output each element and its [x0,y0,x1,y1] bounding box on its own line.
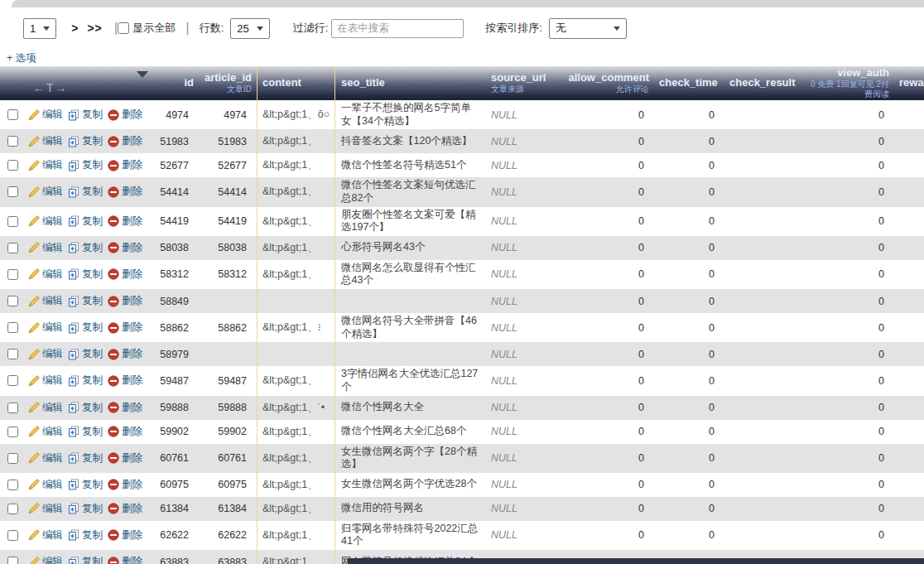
row-checkbox[interactable] [7,403,18,413]
delete-link[interactable]: 删除 [108,268,142,282]
cell-reward [894,289,924,313]
delete-link[interactable]: 删除 [108,108,142,122]
copy-link[interactable]: 复制 [68,502,103,516]
column-sort-link-seo_title[interactable]: seo_title [341,77,479,89]
move-columns-icon[interactable]: ←T→ [33,81,69,94]
options-toggle-link[interactable]: + 选项 [7,51,36,65]
edit-link[interactable]: 编辑 [28,425,63,439]
show-all-checkbox[interactable] [118,22,129,34]
edit-link[interactable]: 编辑 [28,451,63,465]
next-page-button[interactable]: > [71,22,79,35]
delete-minus-icon [108,503,119,514]
row-checkbox[interactable] [7,453,18,464]
delete-link[interactable]: 删除 [108,478,142,492]
column-sort-link-id[interactable]: id [184,77,194,89]
delete-link[interactable]: 删除 [108,374,142,388]
row-checkbox[interactable] [7,136,18,147]
row-checkbox[interactable] [7,480,18,490]
copy-link[interactable]: 复制 [68,555,103,564]
row-checkbox[interactable] [7,427,18,437]
delete-link[interactable]: 删除 [108,294,142,308]
delete-link[interactable]: 删除 [108,425,142,439]
row-checkbox[interactable] [7,216,18,227]
rows-count-select[interactable]: 25 [230,18,269,39]
last-page-button[interactable]: >> [87,22,102,35]
copy-link[interactable]: 复制 [68,134,103,148]
copy-link[interactable]: 复制 [68,185,103,199]
row-checkbox[interactable] [7,504,18,514]
edit-link[interactable]: 编辑 [28,158,63,172]
copy-link[interactable]: 复制 [68,268,103,282]
row-checkbox[interactable] [7,296,18,306]
edit-link[interactable]: 编辑 [28,401,63,415]
copy-link[interactable]: 复制 [68,528,103,542]
row-checkbox[interactable] [7,186,18,197]
cell-check-result [724,153,799,177]
delete-link[interactable]: 删除 [108,401,142,415]
edit-link[interactable]: 编辑 [28,268,63,282]
delete-link[interactable]: 删除 [108,451,142,465]
copy-link[interactable]: 复制 [68,158,103,172]
copy-link[interactable]: 复制 [68,321,103,335]
row-checkbox[interactable] [7,530,18,541]
delete-minus-icon [108,349,119,360]
filter-rows-input[interactable] [331,19,464,38]
copy-link[interactable]: 复制 [68,374,103,388]
edit-link[interactable]: 编辑 [28,108,63,122]
edit-link[interactable]: 编辑 [28,347,63,361]
edit-link[interactable]: 编辑 [28,555,63,564]
edit-link[interactable]: 编辑 [28,294,63,308]
delete-link[interactable]: 删除 [108,321,142,335]
edit-link[interactable]: 编辑 [28,528,63,542]
edit-link[interactable]: 编辑 [28,374,63,388]
copy-link[interactable]: 复制 [68,451,103,465]
sort-by-key-select[interactable]: 无 [549,18,627,39]
delete-link[interactable]: 删除 [108,185,142,199]
copy-icon [68,452,79,464]
row-checkbox[interactable] [7,375,18,386]
delete-link[interactable]: 删除 [108,134,142,148]
column-sort-link-source_url[interactable]: source_url [491,72,552,84]
column-sort-link-view_auth[interactable]: view_auth [837,67,889,79]
collapse-triangle-icon[interactable] [137,71,148,78]
copy-link[interactable]: 复制 [68,425,103,439]
row-checkbox[interactable] [7,109,18,120]
cell-content: &lt;p&gt;1、 [257,236,335,260]
delete-label: 删除 [122,347,142,361]
column-sort-link-content[interactable]: content [262,77,330,89]
column-sort-link-article_id[interactable]: article_id [205,72,252,84]
row-checkbox[interactable] [7,243,18,253]
column-sort-link-reward[interactable]: reward [899,77,919,89]
copy-link[interactable]: 复制 [68,478,103,492]
edit-link[interactable]: 编辑 [28,321,63,335]
delete-link[interactable]: 删除 [108,502,142,516]
delete-link[interactable]: 删除 [108,158,142,172]
row-checkbox[interactable] [7,557,18,564]
row-checkbox[interactable] [7,349,18,359]
edit-link[interactable]: 编辑 [28,134,63,148]
edit-link[interactable]: 编辑 [28,215,63,229]
copy-link[interactable]: 复制 [68,215,103,229]
copy-link[interactable]: 复制 [68,241,103,255]
copy-link[interactable]: 复制 [68,347,103,361]
column-sort-link-check_result[interactable]: check_result [729,77,794,89]
copy-link[interactable]: 复制 [68,401,103,415]
row-checkbox[interactable] [7,322,18,333]
row-checkbox[interactable] [7,160,18,171]
delete-link[interactable]: 删除 [108,555,142,564]
delete-link[interactable]: 删除 [108,528,142,542]
pencil-icon [28,215,40,227]
column-sort-link-allow_comment[interactable]: allow_comment [568,72,649,84]
copy-link[interactable]: 复制 [68,108,103,122]
row-checkbox[interactable] [7,269,18,280]
delete-link[interactable]: 删除 [108,241,142,255]
column-sort-link-check_time[interactable]: check_time [659,77,719,89]
edit-link[interactable]: 编辑 [28,502,63,516]
edit-link[interactable]: 编辑 [28,241,63,255]
delete-link[interactable]: 删除 [108,347,142,361]
page-select[interactable]: 1 [23,18,56,39]
delete-link[interactable]: 删除 [108,215,142,229]
copy-link[interactable]: 复制 [68,294,103,308]
edit-link[interactable]: 编辑 [28,478,63,492]
edit-link[interactable]: 编辑 [28,185,63,199]
